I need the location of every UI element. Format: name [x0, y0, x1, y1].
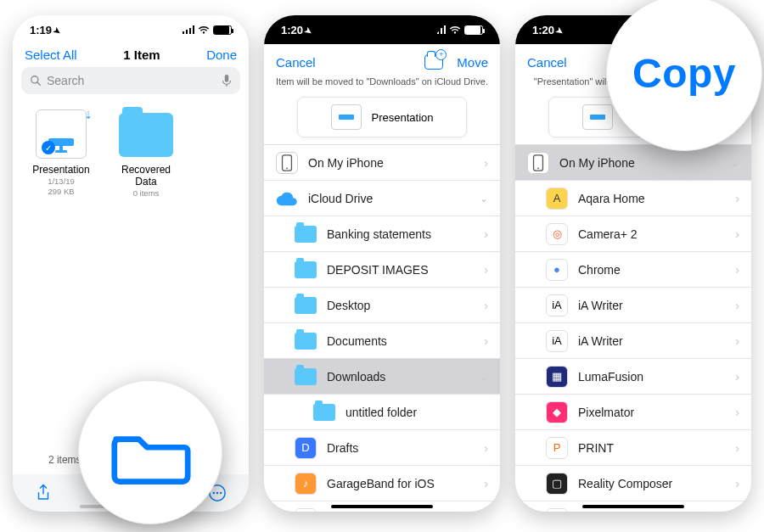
home-indicator[interactable]: [331, 505, 433, 508]
chevron-right-icon: ›: [484, 263, 488, 277]
folder-icon: [295, 297, 317, 314]
location-row[interactable]: D Drafts ›: [264, 430, 500, 466]
location-label: Camera+ 2: [578, 227, 725, 241]
cancel-button[interactable]: Cancel: [276, 55, 316, 70]
location-label: Documents: [327, 334, 474, 348]
location-row[interactable]: Documents ›: [264, 323, 500, 359]
status-time: 1:20: [281, 24, 303, 36]
folder-icon: [119, 113, 173, 157]
location-label: On My iPhone: [559, 156, 721, 170]
app-icon: iA: [546, 330, 568, 352]
search-placeholder: Search: [47, 74, 84, 87]
location-list[interactable]: On My iPhone ⌄ A Aqara Home › ◎ Camera+ …: [515, 144, 751, 512]
wifi-icon: [198, 25, 210, 35]
selection-checkmark-icon: ✓: [42, 141, 55, 154]
location-label: untitled folder: [345, 406, 488, 419]
location-label: Aqara Home: [578, 192, 725, 205]
chevron-right-icon: ›: [484, 299, 488, 312]
chevron-right-icon: ›: [735, 441, 739, 455]
folder-recovered-data[interactable]: Recovered Data 0 items: [113, 109, 179, 198]
location-label: Drafts: [327, 441, 474, 455]
move-status-text: Item will be moved to "Downloads" on iCl…: [264, 75, 500, 93]
location-row[interactable]: ● Chrome ›: [515, 252, 751, 288]
folder-icon: [313, 404, 335, 421]
location-label: Pixelmator: [578, 406, 725, 419]
keynote-thumbnail: [582, 104, 613, 130]
app-icon: iA: [546, 294, 568, 316]
file-presentation[interactable]: ☁︎⇣ ✓ Presentation 1/13/19 299 KB: [28, 109, 94, 198]
location-label: Downloads: [327, 370, 469, 384]
search-input[interactable]: Search: [21, 67, 240, 94]
svg-point-6: [216, 492, 218, 494]
app-icon: ◆: [546, 401, 568, 423]
zoom-copy-label: Copy: [632, 50, 736, 97]
location-row[interactable]: On My iPhone ›: [264, 145, 500, 181]
location-row[interactable]: On My iPhone ⌄: [515, 145, 751, 181]
location-row[interactable]: DEPOSIT IMAGES ›: [264, 252, 500, 288]
location-row[interactable]: Downloads ⌄: [264, 359, 500, 395]
location-row[interactable]: Desktop ›: [264, 288, 500, 323]
location-row[interactable]: iA iA Writer ›: [515, 323, 751, 359]
location-row[interactable]: ◎ Camera+ 2 ›: [515, 216, 751, 252]
location-row[interactable]: P PRINT ›: [515, 430, 751, 466]
location-row[interactable]: ◆ Pixelmator ›: [515, 395, 751, 430]
move-button[interactable]: Move: [457, 55, 488, 70]
folder-icon: [295, 226, 317, 243]
location-list[interactable]: On My iPhone › iCloud Drive ⌄ Banking st…: [264, 144, 500, 512]
location-label: PRINT: [578, 441, 725, 455]
location-label: iA Writer: [578, 299, 725, 312]
zoom-copy-highlight: Copy: [606, 0, 762, 151]
notch: [323, 15, 441, 36]
location-label: Desktop: [327, 299, 474, 312]
location-label: Chrome: [578, 263, 725, 277]
share-icon[interactable]: [35, 484, 52, 502]
app-icon: ♪: [295, 473, 317, 495]
device-icon: [276, 152, 298, 174]
home-indicator[interactable]: [582, 505, 684, 508]
location-row[interactable]: untitled folder: [264, 395, 500, 430]
select-all-button[interactable]: Select All: [25, 48, 77, 62]
app-icon: iA: [295, 508, 317, 512]
chevron-right-icon: ›: [735, 263, 739, 277]
folder-outline-icon: [110, 416, 191, 489]
chevron-right-icon: ›: [735, 192, 739, 205]
svg-line-1: [37, 82, 41, 86]
status-bar: 1:19➤: [13, 15, 249, 44]
chevron-right-icon: ›: [484, 334, 488, 348]
location-arrow-icon: ➤: [52, 25, 63, 36]
folder-name: Recovered Data: [113, 164, 179, 188]
location-label: Banking statements: [327, 227, 474, 241]
chevron-right-icon: ›: [484, 477, 488, 490]
location-label: On My iPhone: [308, 156, 474, 170]
app-icon: ◎: [546, 223, 568, 245]
location-row[interactable]: Banking statements ›: [264, 216, 500, 252]
svg-point-7: [220, 492, 222, 494]
svg-point-5: [213, 492, 215, 494]
icloud-icon: [276, 188, 298, 210]
location-row[interactable]: iA iA Writer ›: [515, 288, 751, 323]
location-row[interactable]: ▦ LumaFusion ›: [515, 359, 751, 395]
app-icon: ▦: [546, 366, 568, 388]
file-name: Presentation: [28, 164, 94, 176]
location-label: iCloud Drive: [308, 192, 469, 205]
app-icon: A: [546, 188, 568, 210]
location-row[interactable]: iCloud Drive ⌄: [264, 181, 500, 216]
wifi-icon: [449, 25, 461, 35]
search-icon: [30, 75, 42, 87]
app-icon: ✱: [546, 508, 568, 512]
location-row[interactable]: ♪ GarageBand for iOS ›: [264, 466, 500, 501]
chevron-right-icon: ›: [735, 370, 739, 384]
status-time: 1:20: [532, 24, 554, 36]
folder-icon: [295, 261, 317, 278]
location-label: LumaFusion: [578, 370, 725, 384]
location-arrow-icon: ➤: [554, 25, 565, 36]
cellular-signal-icon: [183, 25, 195, 34]
location-label: DEPOSIT IMAGES: [327, 263, 474, 277]
dictate-icon[interactable]: [222, 74, 232, 87]
location-row[interactable]: A Aqara Home ›: [515, 181, 751, 216]
selection-navbar: Select All 1 Item Done: [13, 44, 249, 67]
new-folder-icon[interactable]: [424, 54, 443, 70]
done-button[interactable]: Done: [206, 48, 237, 62]
location-row[interactable]: ▢ Reality Composer ›: [515, 466, 751, 501]
cancel-button[interactable]: Cancel: [527, 55, 567, 70]
